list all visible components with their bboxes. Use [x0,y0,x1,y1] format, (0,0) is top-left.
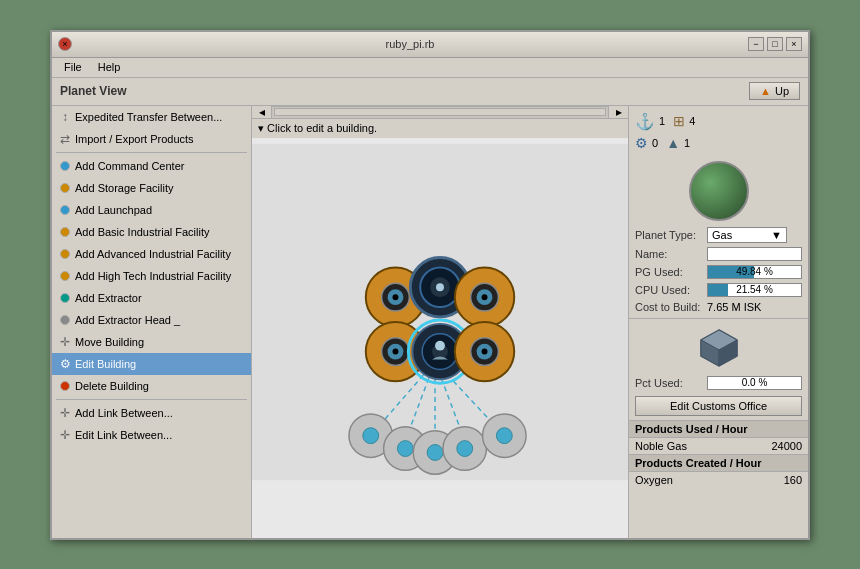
stats-group-3: ⚙ 0 [635,135,658,151]
sidebar-sep-2 [56,399,247,400]
pg-used-text: 49.84 % [708,266,801,278]
svg-point-44 [496,427,512,443]
toolbar-title: Planet View [60,84,126,98]
stats-row-2: ⚙ 0 ▲ 1 [635,135,802,151]
minimize-button[interactable]: − [748,37,764,51]
cost-row: Cost to Build: 7.65 M ISK [629,299,808,315]
sidebar-item-add-launchpad[interactable]: Add Launchpad [52,199,251,221]
svg-point-14 [436,283,444,291]
pct-used-bar: 0.0 % [707,376,802,390]
cpu-used-text: 21.54 % [708,284,801,296]
sidebar-item-edit-link[interactable]: ✛ Edit Link Between... [52,424,251,446]
menu-bar: File Help [52,58,808,78]
stats-group-2: ⊞ 4 [673,113,695,129]
cpu-used-label: CPU Used: [635,284,703,296]
anchor-icon: ⚓ [635,112,655,131]
main-view: P1 P1 P1 [252,106,628,538]
sidebar: ↕ Expedited Transfer Between... ⇄ Import… [52,106,252,538]
svg-point-29 [435,340,445,350]
sidebar-item-expedited-transfer[interactable]: ↕ Expedited Transfer Between... [52,106,251,128]
title-bar: × ruby_pi.rb − □ × [52,32,808,58]
oxygen-label: Oxygen [635,474,673,486]
title-bar-right: − □ × [748,37,802,51]
import-export-icon: ⇄ [60,132,70,146]
cost-value: 7.65 M ISK [707,301,761,313]
content-area: ↕ Expedited Transfer Between... ⇄ Import… [52,106,808,538]
sidebar-item-import-export[interactable]: ⇄ Import / Export Products [52,128,251,150]
dot-extractor-head [60,315,70,325]
svg-point-34 [482,348,488,354]
dot-extractor [60,293,70,303]
products-created-header: Products Created / Hour [629,454,808,472]
planet-canvas[interactable]: P1 P1 P1 [252,106,628,518]
svg-point-10 [393,294,399,300]
sidebar-sep-1 [56,152,247,153]
building-icon-area [633,326,804,370]
cpu-used-row: CPU Used: 21.54 % [629,281,808,299]
toolbar: Planet View ▲ Up [52,78,808,106]
planet-type-select[interactable]: Gas ▼ [707,227,787,243]
menu-file[interactable]: File [56,59,90,75]
window-title: ruby_pi.rb [72,38,748,50]
person-icon: ▲ [666,135,680,151]
stat-4-value: 1 [684,137,690,149]
menu-help[interactable]: Help [90,59,129,75]
name-row: Name: [629,245,808,263]
dot-advanced [60,249,70,259]
cube-container [697,326,741,370]
sidebar-item-add-link[interactable]: ✛ Add Link Between... [52,402,251,424]
add-link-icon: ✛ [60,406,70,420]
oxygen-row: Oxygen 160 [629,472,808,488]
stats-group-4: ▲ 1 [666,135,690,151]
sidebar-item-delete-building[interactable]: Delete Building [52,375,251,397]
svg-point-19 [482,294,488,300]
svg-point-24 [393,348,399,354]
name-input[interactable] [707,247,802,261]
edit-link-icon: ✛ [60,428,70,442]
dot-basic [60,227,70,237]
svg-point-38 [397,440,413,456]
title-bar-left: × [58,37,72,51]
pct-used-text: 0.0 % [708,377,801,389]
dot-storage [60,183,70,193]
noble-gas-label: Noble Gas [635,440,687,452]
pg-used-bar: 49.84 % [707,265,802,279]
dropdown-icon: ▼ [771,229,782,241]
close-title-button[interactable]: × [786,37,802,51]
pct-used-row: Pct Used: 0.0 % [629,374,808,392]
edit-customs-office-button[interactable]: Edit Customs Office [635,396,802,416]
sidebar-item-add-extractor[interactable]: Add Extractor [52,287,251,309]
planet-type-label: Planet Type: [635,229,703,241]
close-button[interactable]: × [58,37,72,51]
sidebar-item-add-advanced[interactable]: Add Advanced Industrial Facility [52,243,251,265]
sidebar-item-add-storage[interactable]: Add Storage Facility [52,177,251,199]
planet-svg: P1 P1 P1 [252,106,628,518]
stat-2-value: 0 [652,137,658,149]
dot-command-center [60,161,70,171]
transfer-icon: ↕ [60,110,70,124]
sidebar-item-add-high-tech[interactable]: Add High Tech Industrial Facility [52,265,251,287]
stat-3-value: 4 [689,115,695,127]
pct-used-label: Pct Used: [635,377,703,389]
maximize-button[interactable]: □ [767,37,783,51]
factory-icon: ⚙ [635,135,648,151]
noble-gas-row: Noble Gas 24000 [629,438,808,454]
sidebar-item-add-extractor-head[interactable]: Add Extractor Head _ [52,309,251,331]
noble-gas-value: 24000 [771,440,802,452]
pg-used-row: PG Used: 49.84 % [629,263,808,281]
right-panel: ⚓ 1 ⊞ 4 ⚙ 0 ▲ 1 [628,106,808,538]
cpu-used-bar: 21.54 % [707,283,802,297]
sidebar-item-add-basic[interactable]: Add Basic Industrial Facility [52,221,251,243]
sidebar-item-add-command-center[interactable]: Add Command Center [52,155,251,177]
stats-group-1: ⚓ 1 [635,112,665,131]
sidebar-item-edit-building[interactable]: ⚙ Edit Building [52,353,251,375]
main-window: × ruby_pi.rb − □ × File Help Planet View… [50,30,810,540]
stats-row-1: ⚓ 1 ⊞ 4 [635,112,802,131]
sidebar-item-move-building[interactable]: ✛ Move Building [52,331,251,353]
stats-area: ⚓ 1 ⊞ 4 ⚙ 0 ▲ 1 [629,106,808,157]
up-button[interactable]: ▲ Up [749,82,800,100]
dot-delete [60,381,70,391]
dot-launchpad [60,205,70,215]
cost-label: Cost to Build: [635,301,703,313]
oxygen-value: 160 [784,474,802,486]
